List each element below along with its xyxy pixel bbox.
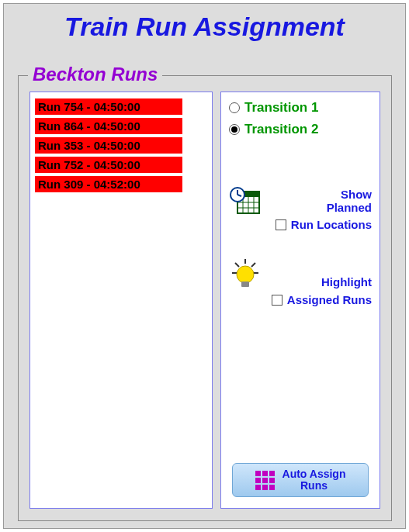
- show-planned-label: Show: [268, 188, 372, 201]
- runs-group: Beckton Runs Run 754 - 04:50:00 Run 864 …: [18, 75, 392, 521]
- grid-icon: [255, 471, 275, 490]
- run-item[interactable]: Run 752 - 04:50:00: [35, 157, 182, 173]
- highlight-checkbox[interactable]: [272, 295, 282, 306]
- show-planned-checkbox[interactable]: [276, 219, 286, 230]
- run-item[interactable]: Run 353 - 04:50:00: [35, 137, 182, 154]
- run-item[interactable]: Run 754 - 04:50:00: [35, 98, 182, 115]
- page-title: Train Run Assignment: [4, 4, 405, 47]
- side-panel: Transition 1 Transition 2: [220, 92, 380, 509]
- run-item[interactable]: Run 864 - 04:50:00: [35, 118, 182, 134]
- highlight-option: Highlight: [221, 259, 380, 290]
- radio-label: Transition 1: [244, 100, 318, 116]
- radio-transition-2[interactable]: Transition 2: [221, 119, 380, 140]
- radio-icon: [229, 124, 240, 135]
- group-title: Beckton Runs: [28, 64, 162, 85]
- radio-icon: [229, 102, 240, 113]
- calendar-clock-icon: [229, 187, 262, 215]
- main-panel: Train Run Assignment Beckton Runs Run 75…: [3, 3, 406, 529]
- radio-selected-dot: [231, 126, 237, 133]
- svg-rect-16: [241, 282, 249, 287]
- auto-assign-runs-button[interactable]: Auto Assign Runs: [232, 463, 369, 497]
- show-planned-label: Planned: [268, 201, 372, 214]
- lightbulb-icon: [229, 259, 262, 290]
- auto-assign-label-line: Runs: [282, 480, 346, 492]
- highlight-label: Assigned Runs: [287, 293, 372, 306]
- radio-label: Transition 2: [244, 122, 318, 137]
- svg-line-11: [235, 263, 239, 267]
- run-item[interactable]: Run 309 - 04:52:00: [35, 176, 182, 192]
- svg-line-12: [251, 263, 255, 267]
- show-planned-option: Show Planned: [221, 187, 380, 215]
- auto-assign-label-line: Auto Assign: [282, 468, 346, 480]
- runs-list: Run 754 - 04:50:00 Run 864 - 04:50:00 Ru…: [29, 92, 213, 509]
- radio-transition-1[interactable]: Transition 1: [221, 92, 380, 119]
- highlight-label: Highlight: [268, 275, 372, 288]
- show-planned-label: Run Locations: [291, 218, 372, 231]
- svg-point-15: [237, 266, 254, 283]
- auto-assign-label: Auto Assign Runs: [282, 468, 346, 492]
